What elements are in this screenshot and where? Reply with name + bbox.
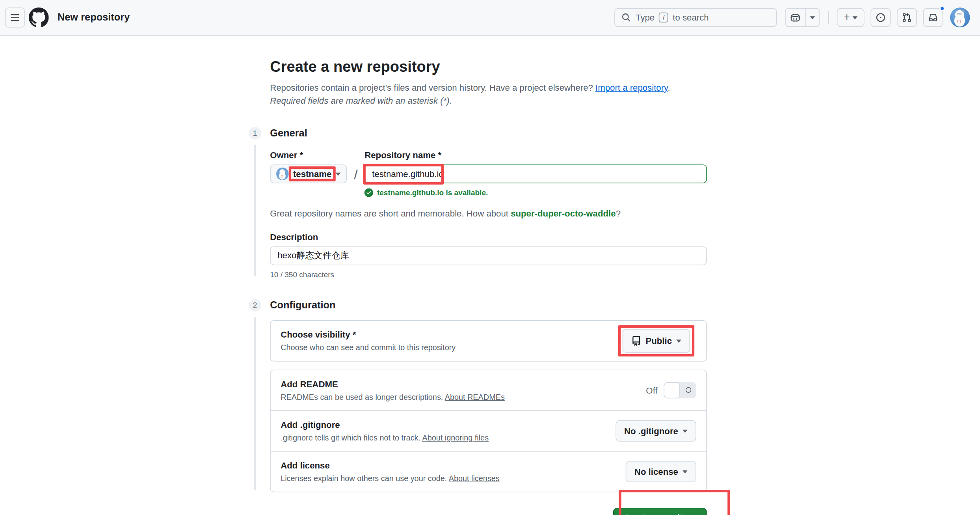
plus-icon: + (844, 11, 850, 22)
about-licenses-link[interactable]: About licenses (449, 474, 500, 483)
chevron-down-icon (682, 430, 688, 435)
gitignore-row: Add .gitignore .gitignore tells git whic… (271, 410, 707, 451)
description-input[interactable] (270, 246, 707, 265)
issues-button[interactable] (870, 8, 891, 27)
license-row: Add license Licenses explain how others … (271, 451, 707, 492)
owner-label: Owner * (270, 150, 347, 161)
visibility-select-button[interactable]: Public (623, 329, 690, 353)
owner-repo-row: Owner * testname (270, 150, 707, 197)
step-rail-2: 2 (247, 299, 270, 492)
chevron-down-icon (810, 16, 815, 22)
github-logo[interactable] (29, 7, 49, 28)
owner-select-button[interactable]: testname (270, 164, 347, 183)
license-desc: Licenses explain how others can use your… (281, 474, 449, 483)
avatar-button[interactable] (950, 7, 970, 28)
page-header: Create a new repository Repositories con… (270, 58, 707, 108)
search-icon (621, 13, 631, 22)
step-line-1 (255, 145, 256, 276)
chevron-down-icon (682, 470, 688, 476)
toggle-knob (664, 382, 680, 398)
user-avatar (950, 7, 970, 28)
availability-text: testname.github.io is available. (377, 188, 488, 197)
repository-name-field: Repository name * testname.github.io is … (364, 150, 707, 197)
step-number-1: 1 (249, 127, 261, 140)
page-title: Create a new repository (270, 58, 707, 77)
availability-message: testname.github.io is available. (364, 188, 707, 197)
github-mark-icon (29, 7, 49, 28)
visibility-card: Choose visibility * Choose who can see a… (270, 320, 707, 362)
global-search-input[interactable]: Type / to search (614, 8, 777, 27)
pull-requests-button[interactable] (897, 8, 917, 27)
issue-opened-icon (876, 13, 885, 22)
visibility-desc: Choose who can see and commit to this re… (281, 343, 456, 353)
gitignore-desc: .gitignore tells git which files not to … (281, 433, 422, 442)
visibility-info: Choose visibility * Choose who can see a… (281, 329, 456, 353)
visibility-value: Public (645, 336, 672, 346)
readme-title: Add README (281, 379, 505, 390)
chevron-down-icon (852, 16, 857, 22)
step-number-2: 2 (249, 299, 261, 312)
suggestion-suffix: ? (616, 208, 621, 218)
owner-repo-separator: / (354, 165, 357, 184)
about-ignoring-files-link[interactable]: About ignoring files (422, 433, 489, 442)
owner-value: testname (293, 169, 331, 179)
description-label: Description (270, 232, 707, 243)
import-repository-link[interactable]: Import a repository (595, 82, 668, 92)
inbox-button-wrap (923, 8, 943, 27)
create-repository-button[interactable]: Create repository (613, 508, 707, 515)
repository-name-input[interactable] (364, 164, 707, 183)
license-select-button[interactable]: No license (626, 461, 696, 482)
readme-desc: READMEs can be used as longer descriptio… (281, 393, 445, 401)
inbox-button[interactable] (923, 8, 943, 27)
intro-period: . (668, 82, 670, 92)
check-circle-icon (364, 188, 373, 197)
inbox-icon (928, 13, 938, 22)
header-divider (828, 11, 829, 24)
hamburger-menu-button[interactable] (5, 7, 25, 28)
name-suggestion: Great repository names are short and mem… (270, 208, 707, 218)
character-counter: 10 / 350 characters (270, 270, 707, 279)
form-footer: Create repository (270, 508, 707, 515)
general-heading: General (270, 127, 707, 140)
repo-icon (631, 336, 641, 346)
license-title: Add license (281, 460, 500, 471)
chevron-down-icon (676, 340, 681, 345)
slash-key-hint: / (659, 13, 668, 22)
search-placeholder-suffix: to search (673, 13, 709, 22)
owner-avatar (276, 168, 289, 180)
git-pull-request-icon (902, 13, 912, 22)
configuration-heading: Configuration (270, 299, 707, 312)
main-content: Create a new repository Repositories con… (0, 35, 980, 515)
suggestion-prefix: Great repository names are short and mem… (270, 208, 511, 218)
gitignore-value: No .gitignore (624, 426, 678, 436)
about-readmes-link[interactable]: About READMEs (445, 393, 505, 401)
visibility-annotation-anchor: Public (623, 329, 690, 353)
copilot-segment[interactable] (786, 9, 805, 26)
readme-toggle-status: Off (646, 385, 657, 395)
page: New repository Type / to search + (0, 0, 980, 515)
gitignore-title: Add .gitignore (281, 419, 489, 431)
step-rail-1: 1 (247, 127, 270, 279)
readme-toggle-switch[interactable] (664, 382, 696, 398)
page-intro: Repositories contain a project's files a… (270, 81, 707, 94)
owner-field: Owner * testname (270, 150, 347, 183)
copilot-menu-segment[interactable] (805, 9, 819, 26)
toggle-off-icon (686, 387, 691, 393)
unread-notification-indicator (939, 6, 945, 11)
page-context-title: New repository (58, 12, 130, 23)
gitignore-select-button[interactable]: No .gitignore (616, 420, 696, 442)
create-new-button[interactable]: + (837, 8, 865, 27)
copilot-button[interactable] (785, 8, 820, 27)
configuration-section: 2 Configuration Choose visibility * Choo… (247, 299, 980, 492)
repository-name-label: Repository name * (364, 150, 707, 161)
readme-toggle-wrap: Off (646, 382, 696, 398)
owner-annotation-box: testname (293, 169, 331, 179)
copilot-icon (790, 12, 801, 23)
options-card: Add README READMEs can be used as longer… (270, 369, 707, 492)
suggested-name-link[interactable]: super-duper-octo-waddle (511, 208, 616, 218)
license-value: No license (634, 466, 678, 476)
top-navigation: New repository Type / to search + (0, 0, 980, 35)
intro-text: Repositories contain a project's files a… (270, 82, 593, 92)
search-placeholder-prefix: Type (636, 13, 655, 22)
readme-row: Add README READMEs can be used as longer… (271, 370, 707, 411)
